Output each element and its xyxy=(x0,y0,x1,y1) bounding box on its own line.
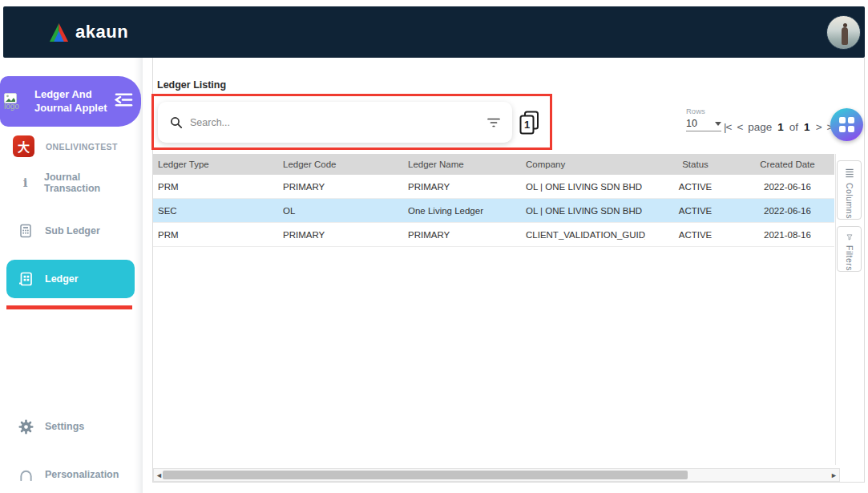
table-cell: PRIMARY xyxy=(278,182,403,192)
chevron-down-icon xyxy=(715,122,721,126)
sidebar-item-label: Sub Ledger xyxy=(45,225,100,236)
table-cell: PRM xyxy=(153,182,278,192)
column-header: Ledger Name xyxy=(403,160,521,169)
sidebar-item-label: Personalization xyxy=(45,469,119,480)
tab-columns[interactable]: Columns xyxy=(837,160,862,220)
rows-label: Rows xyxy=(686,107,721,115)
table-cell: SEC xyxy=(153,206,278,216)
page-title: Ledger Listing xyxy=(157,79,226,91)
applet-title: Ledger And Journal Applet xyxy=(34,88,108,115)
table-cell: 2022-06-16 xyxy=(745,182,830,192)
calculator-icon xyxy=(18,224,34,238)
table-header-row: Ledger Type Ledger Code Ledger Name Comp… xyxy=(153,154,834,175)
of-word: of xyxy=(789,121,798,133)
tab-label: Columns xyxy=(845,183,854,219)
sidebar-item-ledger-active[interactable]: Ledger xyxy=(6,260,135,298)
table-cell: PRIMARY xyxy=(403,230,521,240)
horizontal-scrollbar[interactable]: ◄ ► xyxy=(153,468,840,482)
logo-alt-text: logo xyxy=(4,102,19,111)
view-switch-button[interactable] xyxy=(830,108,863,141)
divider xyxy=(835,154,836,465)
brand-logo: akaun xyxy=(48,22,128,43)
tenant-selector[interactable]: 大 ONELIVINGTEST xyxy=(13,135,118,157)
search-input[interactable] xyxy=(190,117,487,128)
current-page-number: 1 xyxy=(777,121,784,133)
funnel-icon xyxy=(845,234,854,240)
sidebar-collapse-icon[interactable] xyxy=(114,92,133,107)
sidebar-item-sub-ledger[interactable]: Sub Ledger xyxy=(6,215,135,247)
ledger-table: Ledger Type Ledger Code Ledger Name Comp… xyxy=(153,154,834,247)
pages-count-value: 1 xyxy=(524,119,530,131)
table-cell: 2022-06-16 xyxy=(745,206,830,216)
annotation-underline xyxy=(6,305,132,309)
sidebar-item-personalization[interactable]: Personalization xyxy=(6,459,135,491)
pagination: |< < page 1 of 1 > >| xyxy=(724,121,834,133)
table-cell: OL | ONE LIVING SDN BHD xyxy=(521,182,645,192)
search-icon xyxy=(170,116,183,129)
sidebar-item-label: Journal Transaction xyxy=(44,172,135,194)
table-cell: PRM xyxy=(153,230,278,240)
scroll-right-arrow-icon[interactable]: ► xyxy=(830,471,838,479)
column-header: Status xyxy=(645,160,745,169)
app-header: akaun xyxy=(3,6,865,58)
column-header: Ledger Type xyxy=(153,160,278,169)
table-row[interactable]: PRM PRIMARY PRIMARY CLIENT_VALIDATION_GU… xyxy=(153,223,834,247)
previous-page-button[interactable]: < xyxy=(737,121,742,133)
scrollbar-thumb[interactable] xyxy=(163,471,688,479)
sidebar: logo Ledger And Journal Applet 大 ONELIVI… xyxy=(0,58,143,493)
rows-value: 10 xyxy=(686,118,697,129)
table-cell: PRIMARY xyxy=(278,230,403,240)
sidebar-item-label: Ledger xyxy=(45,273,79,285)
applet-logo-broken-image: logo xyxy=(4,93,34,111)
tenant-logo-icon: 大 xyxy=(13,135,34,157)
table-row[interactable]: PRM PRIMARY PRIMARY OL | ONE LIVING SDN … xyxy=(153,175,834,199)
filter-list-icon[interactable] xyxy=(487,117,500,128)
applet-header: logo Ledger And Journal Applet xyxy=(0,76,141,127)
tab-filters[interactable]: Filters xyxy=(837,226,862,272)
tenant-label: ONELIVINGTEST xyxy=(46,142,118,152)
table-cell: ACTIVE xyxy=(645,230,745,240)
sidebar-item-journal-transaction[interactable]: i Journal Transaction xyxy=(6,167,135,199)
tab-label: Filters xyxy=(845,245,854,271)
table-row-selected[interactable]: SEC OL One Living Ledger OL | ONE LIVING… xyxy=(153,199,834,223)
pages-count-icon[interactable]: 1 xyxy=(519,111,540,135)
gear-icon xyxy=(18,419,34,434)
total-pages-number: 1 xyxy=(804,121,810,133)
page-word: page xyxy=(748,121,772,133)
app-window: akaun logo Ledger And Journal Applet xyxy=(0,0,868,493)
avatar-photo xyxy=(842,27,848,45)
ledger-book-icon xyxy=(18,271,34,287)
scroll-left-arrow-icon[interactable]: ◄ xyxy=(155,471,163,479)
first-page-button[interactable]: |< xyxy=(724,121,731,133)
table-cell: ACTIVE xyxy=(645,182,745,192)
journal-transaction-icon: i xyxy=(18,176,33,190)
table-cell: OL | ONE LIVING SDN BHD xyxy=(521,206,645,216)
brand-triangle-icon xyxy=(48,22,70,43)
brand-name: akaun xyxy=(75,22,128,42)
sidebar-item-settings[interactable]: Settings xyxy=(6,410,135,442)
columns-icon xyxy=(845,168,854,178)
table-cell: CLIENT_VALIDATION_GUID_DO... xyxy=(521,230,645,240)
sidebar-item-label: Settings xyxy=(45,421,84,432)
column-header: Company xyxy=(521,160,645,169)
table-cell: One Living Ledger xyxy=(403,206,521,216)
grid-view-icon xyxy=(839,117,854,132)
column-header: Ledger Code xyxy=(278,160,403,169)
table-cell: OL xyxy=(278,206,403,216)
headphones-icon xyxy=(18,467,34,483)
table-cell: ACTIVE xyxy=(645,206,745,216)
rows-per-page-select[interactable]: Rows 10 xyxy=(686,107,721,131)
next-page-button[interactable]: > xyxy=(816,121,822,133)
column-header: Created Date xyxy=(745,160,830,169)
search-bar xyxy=(158,102,512,143)
user-avatar[interactable] xyxy=(826,15,861,50)
table-cell: PRIMARY xyxy=(403,182,521,192)
table-cell: 2021-08-16 xyxy=(745,230,830,240)
